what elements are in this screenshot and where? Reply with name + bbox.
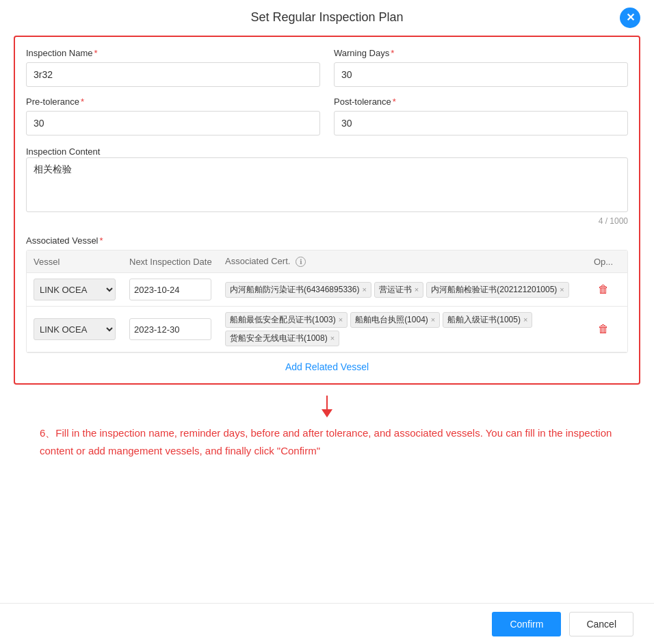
pre-tolerance-group: Pre-tolerance* (26, 96, 320, 136)
vessel-table: Vessel Next Inspection Date Associated C… (26, 250, 628, 353)
cert-tags-1: 内河船舶防污染证书(64346895336) × 营运证书 × 内河船舶检验证书… (225, 282, 586, 298)
info-icon[interactable]: ℹ (296, 257, 306, 267)
col-header-vessel: Vessel (34, 257, 129, 267)
date-input-1[interactable] (129, 279, 211, 300)
cert-tag: 内河船舶检验证书(202121201005) × (426, 282, 569, 298)
col-header-cert: Associated Cert. ℹ (225, 256, 586, 267)
cert-tag-close[interactable]: × (330, 335, 335, 342)
inspection-content-group: Inspection Content 相关检验 4 / 1000 (26, 145, 628, 226)
dialog-title-bar: Set Regular Inspection Plan ✕ (14, 10, 640, 25)
pre-tolerance-input[interactable] (26, 111, 320, 136)
cert-tags-2: 船舶最低安全配员证书(1003) × 船舶电台执照(1004) × 船舶入级证书… (225, 312, 586, 346)
arrow-head (322, 409, 332, 417)
required-star-5: * (100, 235, 103, 246)
cert-tag-close[interactable]: × (415, 286, 419, 294)
col-header-op: Op... (586, 257, 620, 267)
cert-tag: 营运证书 × (374, 282, 423, 298)
cert-tag-close[interactable]: × (339, 316, 343, 324)
required-star: * (94, 48, 98, 58)
associated-vessel-label: Associated Vessel* (26, 235, 628, 246)
op-cell-1: 🗑 (586, 283, 620, 296)
warning-days-label: Warning Days* (334, 48, 628, 58)
cert-tag: 船舶电台执照(1004) × (350, 312, 440, 328)
char-counter: 4 / 1000 (26, 216, 628, 226)
table-row: LINK OCEA 船舶最低安全配员证书(1003) × 船舶电台执照(1004… (27, 307, 627, 352)
cert-tag: 内河船舶防污染证书(64346895336) × (225, 282, 371, 298)
cert-tag: 货船安全无线电证书(1008) × (225, 331, 339, 346)
delete-row-button-1[interactable]: 🗑 (598, 283, 609, 295)
post-tolerance-input[interactable] (334, 111, 628, 136)
pre-tolerance-label: Pre-tolerance* (26, 96, 320, 107)
inspection-content-textarea[interactable]: 相关检验 (26, 157, 628, 212)
table-row: LINK OCEA 内河船舶防污染证书(64346895336) × 营运证书 (27, 273, 627, 307)
vessel-cell-2: LINK OCEA (34, 318, 129, 340)
form-container: Inspection Name* Warning Days* Pre-toler… (14, 36, 640, 385)
warning-days-input[interactable] (334, 62, 628, 87)
cert-tag-close[interactable]: × (362, 286, 366, 294)
vessel-select-1[interactable]: LINK OCEA (34, 279, 116, 300)
cert-tag-close[interactable]: × (523, 316, 527, 324)
delete-row-button-2[interactable]: 🗑 (598, 323, 609, 335)
col-header-date: Next Inspection Date (129, 257, 225, 267)
instruction-text: 6、Fill in the inspection name, reminder … (26, 424, 628, 459)
date-cell-1 (129, 279, 225, 300)
cert-tag-close[interactable]: × (560, 286, 564, 294)
date-input-2[interactable] (129, 318, 211, 340)
associated-vessel-section: Associated Vessel* Vessel Next Inspectio… (26, 235, 628, 372)
cert-tag: 船舶入级证书(1005) × (443, 312, 532, 328)
confirm-button[interactable]: Confirm (492, 612, 561, 636)
post-tolerance-group: Post-tolerance* (334, 96, 628, 136)
inspection-name-group: Inspection Name* (26, 48, 320, 87)
op-cell-2: 🗑 (586, 323, 620, 335)
page-wrapper: Set Regular Inspection Plan ✕ Inspection… (0, 0, 654, 644)
post-tolerance-label: Post-tolerance* (334, 96, 628, 107)
required-star-3: * (81, 96, 84, 107)
arrow-line (326, 396, 328, 409)
add-vessel-button[interactable]: Add Related Vessel (285, 361, 369, 372)
close-button[interactable]: ✕ (620, 8, 640, 28)
arrow-container (322, 396, 332, 417)
cert-tag: 船舶最低安全配员证书(1003) × (225, 312, 348, 328)
date-cell-2 (129, 318, 225, 340)
arrow-down (322, 396, 332, 417)
required-star-2: * (391, 48, 394, 58)
add-vessel-container: Add Related Vessel (26, 361, 628, 372)
required-star-4: * (393, 96, 396, 107)
form-row-1: Inspection Name* Warning Days* (26, 48, 628, 87)
vessel-cell-1: LINK OCEA (34, 279, 129, 300)
dialog-title: Set Regular Inspection Plan (250, 10, 403, 25)
inspection-name-input[interactable] (26, 62, 320, 87)
inspection-name-label: Inspection Name* (26, 48, 320, 58)
cert-tag-close[interactable]: × (431, 316, 435, 324)
vessel-table-header: Vessel Next Inspection Date Associated C… (27, 250, 627, 273)
inspection-content-label: Inspection Content (26, 146, 100, 157)
vessel-select-2[interactable]: LINK OCEA (34, 318, 116, 340)
cancel-button[interactable]: Cancel (569, 612, 633, 636)
form-row-2: Pre-tolerance* Post-tolerance* (26, 96, 628, 136)
warning-days-group: Warning Days* (334, 48, 628, 87)
close-icon: ✕ (626, 11, 635, 24)
bottom-bar: Confirm Cancel (0, 603, 654, 644)
